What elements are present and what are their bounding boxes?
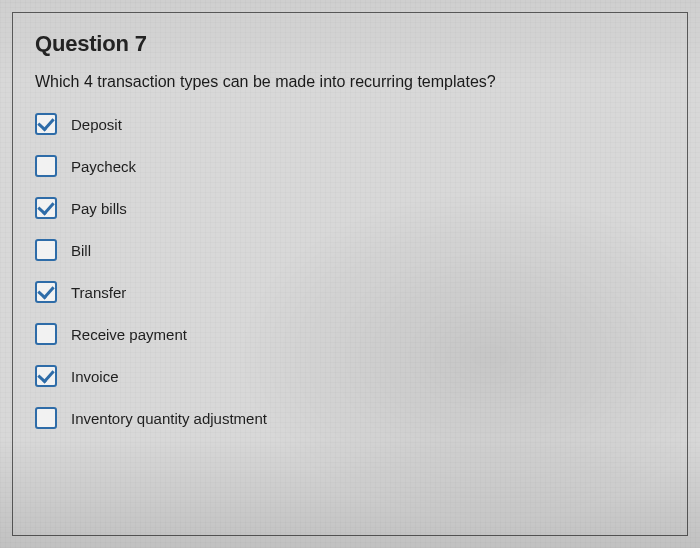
- option-label: Receive payment: [71, 326, 187, 343]
- option-row[interactable]: Bill: [35, 239, 665, 261]
- checkbox-icon[interactable]: [35, 197, 57, 219]
- option-label: Bill: [71, 242, 91, 259]
- checkbox-icon[interactable]: [35, 323, 57, 345]
- checkbox-icon[interactable]: [35, 113, 57, 135]
- option-label: Transfer: [71, 284, 126, 301]
- option-row[interactable]: Pay bills: [35, 197, 665, 219]
- checkbox-icon[interactable]: [35, 239, 57, 261]
- checkbox-icon[interactable]: [35, 407, 57, 429]
- question-card: Question 7 Which 4 transaction types can…: [12, 12, 688, 536]
- option-label: Deposit: [71, 116, 122, 133]
- option-label: Paycheck: [71, 158, 136, 175]
- option-row[interactable]: Receive payment: [35, 323, 665, 345]
- option-label: Inventory quantity adjustment: [71, 410, 267, 427]
- option-row[interactable]: Paycheck: [35, 155, 665, 177]
- option-label: Invoice: [71, 368, 119, 385]
- option-row[interactable]: Deposit: [35, 113, 665, 135]
- question-title: Question 7: [35, 31, 665, 57]
- options-list: Deposit Paycheck Pay bills Bill Transfer…: [35, 113, 665, 429]
- option-row[interactable]: Invoice: [35, 365, 665, 387]
- option-row[interactable]: Transfer: [35, 281, 665, 303]
- option-label: Pay bills: [71, 200, 127, 217]
- option-row[interactable]: Inventory quantity adjustment: [35, 407, 665, 429]
- checkbox-icon[interactable]: [35, 365, 57, 387]
- checkbox-icon[interactable]: [35, 281, 57, 303]
- question-prompt: Which 4 transaction types can be made in…: [35, 71, 665, 93]
- checkbox-icon[interactable]: [35, 155, 57, 177]
